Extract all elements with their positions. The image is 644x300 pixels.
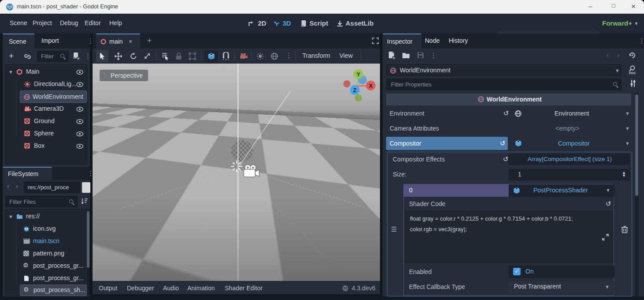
inspector-panel-menu-icon[interactable]: ⋮	[638, 37, 644, 45]
nav-forward-icon[interactable]: ›	[16, 183, 18, 190]
move-tool-icon[interactable]	[115, 52, 122, 60]
file-row-pattern-png[interactable]: pattern.png	[6, 248, 86, 260]
menu-editor[interactable]: Editor	[85, 19, 101, 26]
preview-environment-icon[interactable]	[271, 52, 278, 60]
shader-code-editor[interactable]: float gray = color.r * 0.2125 + color.g …	[405, 211, 614, 264]
tab-import[interactable]: Import	[41, 37, 59, 44]
camera-preview-icon[interactable]	[240, 53, 248, 59]
chevron-down-icon[interactable]: ▼	[606, 188, 610, 193]
expand-code-editor-icon[interactable]	[602, 234, 609, 240]
nav-back-icon[interactable]: ‹	[7, 183, 9, 190]
file-row-post-process-shader[interactable]: ⚙ post_process_sh...	[20, 285, 87, 296]
view-options-dots-icon[interactable]: ⋮	[286, 52, 292, 60]
resource-options-dots-icon[interactable]: ⋮	[430, 52, 437, 60]
effect-callback-type-dropdown[interactable]: Post Transparent ▼	[509, 281, 614, 293]
tree-row-ground[interactable]: Ground	[6, 115, 87, 128]
tab-scene[interactable]: Scene	[3, 34, 34, 49]
chevron-down-icon[interactable]: ▼	[625, 126, 630, 131]
minimize-button[interactable]: –	[588, 2, 592, 10]
checkbox-checked-icon[interactable]: ✓	[513, 268, 521, 275]
attach-script-icon[interactable]	[72, 52, 80, 60]
file-row-main-tscn[interactable]: main.tscn	[6, 235, 86, 248]
filter-properties-input[interactable]: Filter Properties	[386, 79, 622, 90]
bottom-tab-shader-editor[interactable]: Shader Editor	[225, 285, 263, 292]
workspace-assetlib[interactable]: AssetLib	[346, 19, 373, 27]
transform-menu[interactable]: Transform	[302, 52, 330, 59]
load-resource-folder-icon[interactable]	[402, 52, 410, 59]
rotate-tool-icon[interactable]	[130, 52, 137, 60]
instance-scene-icon[interactable]	[24, 53, 31, 60]
element-resource-picker[interactable]: PostProcessShader ▼	[509, 184, 614, 197]
file-row-post-process-grayscale[interactable]: ⚙ post_process_gr...	[6, 260, 86, 272]
visibility-eye-icon[interactable]	[76, 82, 83, 87]
new-scene-tab-button[interactable]: +	[147, 36, 152, 45]
expand-viewport-icon[interactable]	[372, 38, 379, 44]
view-menu[interactable]: View	[339, 52, 353, 59]
collapse-chevron-icon[interactable]: ▼	[8, 214, 13, 219]
history-forward-icon[interactable]: ›	[617, 51, 619, 59]
add-node-button[interactable]: +	[9, 51, 14, 61]
file-row-post-process-resource[interactable]: post_process_gr...	[6, 272, 86, 285]
revert-icon[interactable]: ↺	[500, 139, 506, 147]
menu-scene[interactable]: Scene	[10, 19, 27, 26]
size-spinbox[interactable]: 1 ▲▼	[508, 169, 630, 180]
visibility-eye-icon[interactable]	[76, 131, 83, 136]
element-index-header[interactable]: 0	[404, 184, 509, 197]
snap-magnet-icon[interactable]	[222, 52, 230, 60]
visibility-eye-icon[interactable]	[76, 144, 83, 149]
drag-handle-icon[interactable]: ☰	[391, 225, 397, 233]
tab-history[interactable]: History	[449, 37, 468, 44]
file-row-icon-svg[interactable]: icon.svg	[6, 223, 86, 235]
sort-files-icon[interactable]	[81, 198, 88, 205]
menu-project[interactable]: Project	[33, 19, 52, 26]
renderer-chevron-down-icon[interactable]: ▼	[634, 21, 639, 26]
array-value-button[interactable]: Array[CompositorEffect] (size 1)	[508, 154, 630, 165]
workspace-2d[interactable]: 2D	[258, 19, 266, 27]
file-row-res[interactable]: ▼ res://	[6, 210, 86, 223]
scene-filter-input[interactable]: Filter	[37, 51, 69, 62]
bottom-tab-output[interactable]: Output	[99, 285, 117, 292]
bottom-tab-audio[interactable]: Audio	[163, 285, 179, 292]
path-input[interactable]: res://post_proce	[24, 182, 80, 193]
history-back-icon[interactable]: ‹	[607, 51, 609, 59]
scene-tree-menu-icon[interactable]: ⋮	[85, 52, 91, 60]
edited-object-selector[interactable]: WorldEnvironment ▼	[386, 64, 622, 76]
camera-gizmo-icon[interactable]	[242, 164, 260, 179]
preview-sun-icon[interactable]	[257, 52, 264, 60]
tab-inspector[interactable]: Inspector	[383, 34, 421, 49]
tab-filesystem[interactable]: FileSystem	[3, 167, 52, 180]
inspector-scrollbar-thumb[interactable]	[635, 94, 638, 196]
close-button[interactable]: ×	[631, 2, 636, 11]
toggle-split-mode-button[interactable]	[82, 182, 90, 193]
group-icon[interactable]	[189, 52, 196, 60]
tab-main-scene[interactable]: main ×	[96, 34, 140, 49]
chevron-down-icon[interactable]: ▼	[625, 111, 630, 116]
new-resource-icon[interactable]	[388, 51, 396, 60]
renderer-selector[interactable]: Forward+	[602, 19, 632, 27]
workspace-script[interactable]: Script	[309, 19, 328, 27]
bottom-tab-animation[interactable]: Animation	[187, 285, 215, 292]
close-tab-icon[interactable]: ×	[129, 38, 132, 45]
list-select-icon[interactable]	[161, 52, 169, 60]
workspace-3d[interactable]: 3D	[283, 19, 291, 27]
tree-row-directionallight[interactable]: DirectionalLig...	[6, 78, 87, 90]
delete-element-trash-icon[interactable]	[621, 225, 628, 233]
prop-value[interactable]: <empty>	[555, 125, 579, 132]
maximize-button[interactable]: □	[612, 2, 615, 9]
save-resource-icon[interactable]	[417, 52, 424, 59]
scrollbar-thumb[interactable]	[87, 211, 89, 268]
select-tool-button[interactable]	[96, 50, 108, 62]
view-axis-gizmo[interactable]: Y X Z	[342, 64, 376, 103]
prop-value[interactable]: Environment	[555, 110, 589, 117]
prop-value[interactable]: Compositor	[558, 140, 590, 147]
bottom-tab-debugger[interactable]: Debugger	[127, 285, 154, 292]
tree-row-box[interactable]: Box	[6, 140, 87, 152]
edit-history-icon[interactable]	[629, 52, 636, 59]
tree-row-worldenvironment[interactable]: WorldEnvironment	[20, 90, 87, 103]
perspective-menu[interactable]: ⋮Perspective	[100, 70, 148, 81]
collapse-chevron-icon[interactable]: ▼	[8, 69, 13, 75]
tab-node[interactable]: Node	[425, 37, 439, 44]
scale-tool-icon[interactable]	[144, 52, 151, 60]
menu-debug[interactable]: Debug	[60, 19, 78, 26]
enabled-value[interactable]: ✓ On	[509, 266, 614, 278]
